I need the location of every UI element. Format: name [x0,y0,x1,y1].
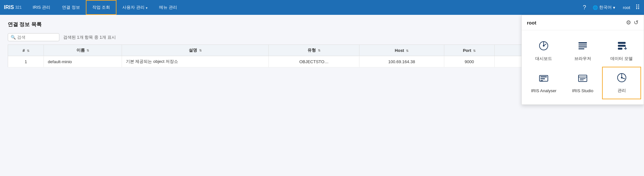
sort-icon-num[interactable]: ⇅ [27,49,29,53]
search-input[interactable] [17,35,56,40]
sort-icon-desc[interactable]: ⇅ [199,49,202,52]
cell-description: 기본 제공되는 object 저장소 [122,56,268,67]
cell-port: 9000 [444,56,495,67]
svg-rect-6 [618,42,626,44]
dropdown-header-icons: ⚙ ↺ [626,19,639,26]
app-item-browser[interactable]: 브라우저 [563,35,602,67]
chevron-down-icon [146,5,147,10]
app-item-datamodel[interactable]: 데이터 모델 [602,35,641,67]
dashboard-icon [538,41,549,53]
svg-point-19 [618,73,626,74]
col-header-desc: 설명 ⇅ [122,45,268,56]
app-item-dashboard[interactable]: 대시보드 [524,35,563,67]
sort-icon-port[interactable]: ⇅ [473,49,476,53]
analyser-icon [538,73,549,74]
studio-icon [578,73,588,74]
app-item-manage[interactable]: 관리 [602,67,641,74]
apps-grid: 대시보드 브라우저 [522,30,644,74]
browser-icon [578,41,588,53]
cell-host: 100.69.164.38 [359,56,444,67]
svg-rect-5 [579,48,584,49]
settings-icon[interactable]: ⚙ [626,19,631,26]
svg-rect-4 [579,46,587,47]
app-label-browser: 브라우저 [574,56,591,62]
app-version: 321 [15,5,22,10]
nav-item-iris-admin[interactable]: IRIS 관리 [27,0,56,15]
app-item-analyser[interactable]: IRIS Analyser [524,67,563,74]
col-header-host: Host ⇅ [359,45,444,56]
app-logo[interactable]: IRIS 321 [4,5,22,10]
help-icon[interactable]: ? [582,3,588,12]
datamodel-icon [617,41,627,53]
search-icon: 🔍 [11,35,16,40]
svg-rect-3 [579,44,587,45]
nav-item-user-management[interactable]: 사용자 관리 [116,0,153,15]
nav-right: ? 🌐 한국어 ▾ root ⠿ [582,3,640,12]
lang-chevron-icon: ▾ [613,5,615,10]
app-item-studio[interactable]: IRIS Studio [563,67,602,74]
nav-items: IRIS 관리 연결 정보 작업 조회 사용자 관리 메뉴 관리 [27,0,581,15]
app-label-datamodel: 데이터 모델 [610,56,633,62]
search-input-wrapper: 🔍 [8,33,59,41]
sort-icon-type[interactable]: ⇅ [318,49,320,52]
col-header-num: # ⇅ [8,45,44,56]
search-result-text: 검색된 1개 항목 중 1개 표시 [63,34,116,40]
app-label-dashboard: 대시보드 [535,56,552,62]
sort-icon-host[interactable]: ⇅ [406,49,408,53]
app-name-iris: IRIS [4,5,14,10]
svg-point-1 [543,45,545,47]
col-header-port: Port ⇅ [444,45,495,56]
sort-icon-name[interactable]: ⇅ [86,49,89,52]
cell-num: 1 [8,56,44,67]
refresh-icon[interactable]: ↺ [634,19,639,26]
cell-type: OBJECTSTO… [268,56,359,67]
top-nav: IRIS 321 IRIS 관리 연결 정보 작업 조회 사용자 관리 메뉴 관… [0,0,644,15]
dropdown-username: root [527,20,536,25]
svg-rect-8 [618,48,622,50]
col-header-name: 이름 ⇅ [44,45,122,56]
username-label: root [620,5,633,10]
nav-item-menu-management[interactable]: 메뉴 관리 [153,0,183,15]
language-selector[interactable]: 🌐 한국어 ▾ [590,3,618,12]
col-header-type: 유형 ⇅ [268,45,359,56]
svg-rect-7 [618,45,626,47]
language-label: 한국어 [599,5,612,10]
svg-rect-2 [579,42,587,44]
apps-grid-icon[interactable]: ⠿ [635,4,640,11]
nav-item-job-control[interactable]: 작업 조회 [86,0,117,15]
nav-item-connection-info[interactable]: 연결 정보 [56,0,86,15]
app-dropdown-panel: root ⚙ ↺ 대시보드 [521,15,644,74]
cell-name: default-minio [44,56,122,67]
globe-icon: 🌐 [593,5,598,10]
dropdown-header: root ⚙ ↺ [522,15,644,30]
manage-icon [617,73,627,74]
